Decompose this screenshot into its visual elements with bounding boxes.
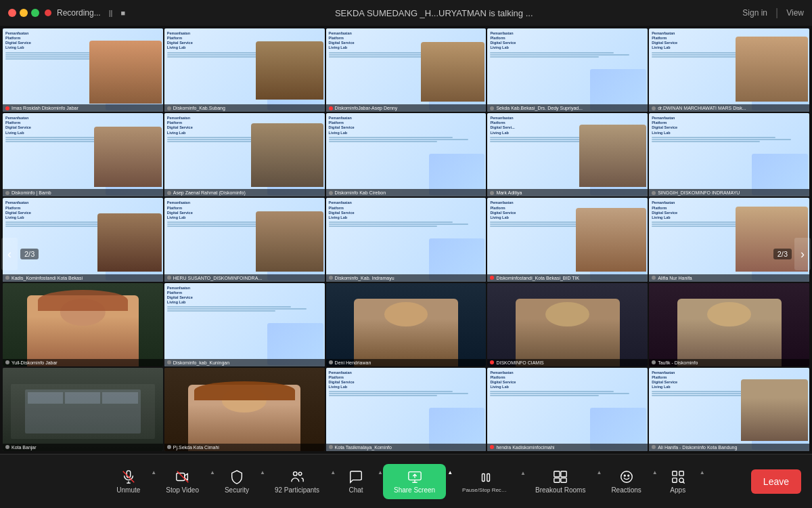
breakout-icon <box>553 469 568 484</box>
close-button[interactable] <box>8 9 16 17</box>
video-cell[interactable]: Taufik - Diskominfo <box>649 283 809 366</box>
video-cell[interactable]: PemanfaatanPlatformDigital ServiceLiving… <box>164 113 325 196</box>
participant-name: Imas Rosidah Diskominfo Jabar <box>3 104 163 112</box>
video-cell[interactable]: Yull-Diskominfo Jabar <box>3 283 163 366</box>
unmute-group[interactable]: Unmute ▲ <box>107 464 156 499</box>
reactions-caret[interactable]: ▲ <box>652 469 658 475</box>
video-cell[interactable]: PemanfaatanPlatformDigital ServiceLiving… <box>164 198 325 281</box>
chat-button[interactable]: Chat <box>336 464 376 499</box>
participant-name: Ali Hanifa - Diskominfo Kota Bandung <box>649 444 809 451</box>
participants-caret[interactable]: ▲ <box>330 469 336 475</box>
prev-page-button[interactable]: ‹ <box>1 238 18 270</box>
view-button[interactable]: View <box>786 8 804 18</box>
participant-name: Mark Aditiya <box>487 189 648 196</box>
unmute-caret[interactable]: ▲ <box>151 469 156 475</box>
recording-icon <box>478 470 493 485</box>
minimize-button[interactable] <box>20 9 28 17</box>
video-cell[interactable]: PemanfaatanPlatformDigital ServiceLiving… <box>3 28 163 112</box>
recording-group[interactable]: Pause/Stop Recording ▲ <box>453 465 526 499</box>
video-cell[interactable]: PemanfaatanPlatformDigital ServiceLiving… <box>164 28 325 112</box>
svg-rect-10 <box>487 473 490 481</box>
video-cell[interactable]: PemanfaatanPlatformDigital ServiceLiving… <box>326 368 487 451</box>
page-indicator-left: 2/3 <box>20 249 39 259</box>
video-cell[interactable]: PemanfaatanPlatformDigital ServiceLiving… <box>649 368 809 451</box>
apps-caret[interactable]: ▲ <box>700 469 705 475</box>
reactions-button[interactable]: Reactions <box>602 464 650 499</box>
chat-group[interactable]: Chat ▲ <box>336 464 383 499</box>
breakout-rooms-button[interactable]: Breakout Rooms <box>526 464 595 499</box>
page-indicator-right: 2/3 <box>773 249 792 259</box>
security-button[interactable]: Security <box>215 464 258 499</box>
video-cell[interactable]: PemanfaatanPlatformDigital ServiceLiving… <box>326 28 487 112</box>
reactions-group[interactable]: Reactions ▲ <box>602 464 657 499</box>
participant-name: SINGGIH_DISKOMINFO INDRAMAYU <box>649 189 809 196</box>
video-cell[interactable]: PemanfaatanPlatformDigital ServiceLiving… <box>487 368 648 451</box>
svg-point-15 <box>621 471 632 482</box>
reactions-label: Reactions <box>611 486 641 494</box>
video-cell[interactable]: PemanfaatanPlatformDigital ServiceLiving… <box>3 198 163 281</box>
maximize-button[interactable] <box>31 9 39 17</box>
stop-video-button[interactable]: Stop Video <box>156 464 208 499</box>
video-cell[interactable]: PemanfaatanPlatformDigital ServiceLiving… <box>649 113 809 196</box>
participant-name: Kadis_Kominfostandi Kota Bekasi <box>3 274 163 282</box>
next-page-button[interactable]: › <box>794 238 811 270</box>
security-group[interactable]: Security ▲ <box>215 464 265 499</box>
video-cell[interactable]: PemanfaatanPlatformDigital ServiceLiving… <box>487 28 648 112</box>
share-screen-group[interactable]: Share Screen ▲ <box>383 464 453 499</box>
video-cell[interactable]: PemanfaatanPlatformDigital ServiceLiving… <box>164 283 325 366</box>
recording-label: Recording... <box>57 8 101 18</box>
svg-rect-12 <box>561 471 566 476</box>
participant-name: Kota Banjar <box>3 444 163 451</box>
unmute-label: Unmute <box>116 486 140 494</box>
participant-name: Taufik - Diskominfo <box>649 359 809 366</box>
unmute-button[interactable]: Unmute <box>107 464 150 499</box>
window-controls[interactable] <box>8 9 39 17</box>
share-screen-button[interactable]: Share Screen <box>383 464 446 499</box>
recording-stop[interactable]: ■ <box>120 9 125 17</box>
chat-icon <box>348 469 363 484</box>
chat-label: Chat <box>348 486 363 494</box>
video-cell[interactable]: Deni Hendriawan <box>326 283 487 366</box>
participant-name: dr.DWINAN MARCHIAWATI MARS Disk... <box>649 104 809 112</box>
svg-point-6 <box>294 471 298 475</box>
video-cell[interactable]: DISKOMINFO CIAMIS <box>487 283 648 366</box>
pause-recording-caret[interactable]: ▲ <box>520 470 526 476</box>
stop-video-caret[interactable]: ▲ <box>210 469 215 475</box>
participant-name: Diskominfo | Bamb <box>3 189 163 196</box>
chat-caret[interactable]: ▲ <box>378 469 383 475</box>
video-cell[interactable]: Pj.Sekda Kota Cimahi <box>164 368 325 451</box>
share-screen-caret[interactable]: ▲ <box>447 469 453 475</box>
video-cell[interactable]: PemanfaatanPlatformDigital ServiceLiving… <box>487 198 648 281</box>
security-icon <box>229 469 244 484</box>
video-cell[interactable]: PemanfaatanPlatformDigital ServiceLiving… <box>649 198 809 281</box>
stop-video-label: Stop Video <box>166 486 199 494</box>
topbar: Recording... || ■ SEKDA SUMEDANG _H...UR… <box>0 0 812 26</box>
video-cell[interactable]: Kota Banjar <box>3 368 163 451</box>
video-cell[interactable]: PemanfaatanPlatformDigital ServiceLiving… <box>649 28 809 112</box>
reactions-icon <box>619 469 634 484</box>
stop-video-group[interactable]: Stop Video ▲ <box>156 464 215 499</box>
svg-point-7 <box>298 472 302 475</box>
leave-button[interactable]: Leave <box>751 469 801 494</box>
toolbar: Unmute ▲ Stop Video ▲ Security <box>0 454 812 508</box>
video-cell[interactable]: PemanfaatanPlatformDigital ServiceLiving… <box>3 113 163 196</box>
breakout-rooms-label: Breakout Rooms <box>535 486 585 494</box>
pause-recording-button[interactable]: Pause/Stop Recording <box>453 465 519 499</box>
participant-name: Yull-Diskominfo Jabar <box>3 359 163 366</box>
signin-button[interactable]: Sign in <box>742 8 767 18</box>
svg-rect-20 <box>673 478 677 482</box>
participants-button[interactable]: 92 Participants Participants <box>265 464 329 499</box>
participant-name: Deni Hendriawan <box>326 359 487 366</box>
apps-button[interactable]: Apps <box>658 464 698 499</box>
video-cell[interactable]: PemanfaatanPlatformDigital ServiceLiving… <box>326 113 487 196</box>
breakout-rooms-group[interactable]: Breakout Rooms ▲ <box>526 464 602 499</box>
breakout-rooms-caret[interactable]: ▲ <box>596 469 602 475</box>
apps-group[interactable]: Apps ▲ <box>658 464 705 499</box>
participants-group[interactable]: 92 Participants Participants ▲ <box>265 464 336 499</box>
participant-name: Pj.Sekda Kota Cimahi <box>164 444 325 451</box>
security-caret[interactable]: ▲ <box>260 469 265 475</box>
video-cell[interactable]: PemanfaatanPlatformDigital ServiceLiving… <box>326 198 487 281</box>
recording-pause[interactable]: || <box>109 9 113 17</box>
video-cell[interactable]: PemanfaatanPlatformDigital Servi...Livin… <box>487 113 648 196</box>
svg-rect-11 <box>554 471 560 476</box>
